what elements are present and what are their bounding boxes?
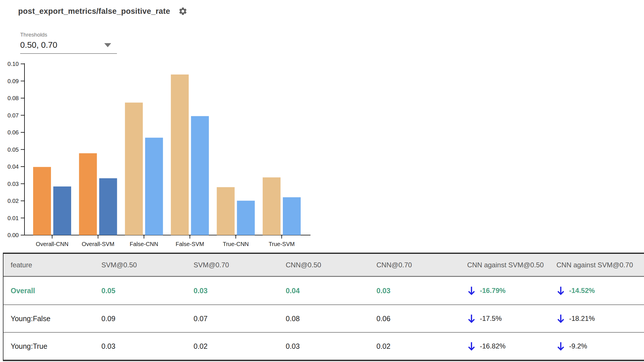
thresholds-dropdown[interactable]: Thresholds 0.50, 0.70 (20, 32, 117, 54)
metrics-table: featureSVM@0.50SVM@0.70CNN@0.50CNN@0.70C… (3, 253, 644, 361)
delta-cell: -14.52% (556, 285, 644, 296)
metric-cell: 0.08 (286, 315, 376, 323)
column-header: SVM@0.50 (101, 261, 194, 269)
feature-cell: Young:True (11, 342, 101, 350)
bar-False-CNN-0.50 (125, 102, 143, 235)
metric-cell: 0.06 (376, 315, 467, 323)
bar-True-SVM-0.50 (263, 177, 281, 235)
thresholds-label: Thresholds (20, 32, 117, 38)
arrow-down-icon (467, 341, 476, 351)
table-row: Overall0.050.030.040.03-16.79%-14.52% (3, 277, 644, 304)
delta-value: -17.5% (480, 315, 502, 323)
axis-tick-label: 0.09 (7, 78, 19, 84)
delta-value: -9.2% (569, 342, 587, 350)
axis-tick-label: 0.10 (7, 61, 19, 67)
table-row: Young:True0.030.020.030.02-16.82%-9.2% (3, 332, 644, 360)
axis-tick-label: True-CNN (223, 241, 249, 247)
chevron-down-icon (104, 43, 111, 47)
bar-chart: 0.000.010.020.030.040.050.060.070.080.09… (0, 59, 323, 250)
column-header: SVM@0.70 (194, 261, 286, 269)
axis-tick-label: Overall-CNN (36, 241, 68, 247)
thresholds-value: 0.50, 0.70 (20, 40, 57, 50)
metric-cell: 0.04 (286, 287, 376, 295)
arrow-down-icon (556, 341, 565, 351)
column-header: CNN@0.70 (376, 261, 467, 269)
arrow-down-icon (556, 313, 565, 324)
delta-cell: -16.82% (467, 341, 556, 351)
metric-cell: 0.03 (194, 287, 286, 295)
table-row: Young:False0.090.070.080.06-17.5%-18.21% (3, 304, 644, 332)
delta-value: -16.79% (480, 287, 505, 295)
bar-False-SVM-0.70 (191, 116, 209, 235)
axis-tick-label: 0.03 (7, 181, 19, 187)
feature-cell: Overall (11, 287, 101, 295)
axis-tick-label: 0.00 (7, 232, 19, 238)
delta-value: -18.21% (569, 315, 595, 323)
metric-cell: 0.03 (101, 342, 194, 350)
axis-tick-label: 0.08 (7, 95, 19, 101)
bar-Overall-CNN-0.50 (33, 167, 51, 235)
arrow-down-icon (467, 285, 476, 296)
page-title: post_export_metrics/false_positive_rate (18, 7, 170, 16)
axis-tick-label: 0.04 (7, 163, 19, 170)
axis-tick-label: 0.01 (7, 215, 19, 221)
axis-tick-label: False-SVM (176, 241, 204, 247)
delta-cell: -9.2% (556, 341, 644, 351)
bar-Overall-CNN-0.70 (53, 186, 71, 235)
metric-cell: 0.05 (101, 287, 194, 295)
bar-chart-svg: 0.000.010.020.030.040.050.060.070.080.09… (0, 59, 323, 250)
thresholds-select[interactable]: 0.50, 0.70 (20, 39, 117, 54)
feature-cell: Young:False (11, 315, 101, 323)
axis-tick-label: 0.05 (7, 146, 19, 153)
axis-tick-label: Overall-SVM (82, 241, 114, 247)
arrow-down-icon (556, 285, 565, 296)
column-header: CNN against SVM@0.70 (556, 261, 644, 269)
metric-panel: post_export_metrics/false_positive_rate … (0, 0, 644, 362)
bar-True-CNN-0.70 (237, 201, 255, 235)
panel-header: post_export_metrics/false_positive_rate (18, 6, 188, 16)
delta-value: -16.82% (480, 342, 505, 350)
metric-cell: 0.07 (194, 315, 286, 323)
column-header: feature (11, 261, 101, 269)
axis-tick-label: False-CNN (130, 241, 158, 247)
bar-Overall-SVM-0.70 (99, 178, 117, 235)
bar-False-CNN-0.70 (145, 138, 163, 235)
arrow-down-icon (467, 313, 476, 324)
column-header: CNN@0.50 (286, 261, 376, 269)
metric-cell: 0.03 (376, 287, 467, 295)
metric-cell: 0.03 (286, 342, 376, 350)
bar-Overall-SVM-0.50 (79, 153, 97, 235)
metric-cell: 0.09 (101, 315, 194, 323)
delta-cell: -16.79% (467, 285, 556, 296)
axis-tick-label: 0.02 (7, 198, 19, 204)
metric-cell: 0.02 (376, 342, 467, 350)
bar-False-SVM-0.50 (171, 75, 189, 235)
delta-cell: -18.21% (556, 313, 644, 324)
table-header-row: featureSVM@0.50SVM@0.70CNN@0.50CNN@0.70C… (3, 254, 644, 277)
metric-cell: 0.02 (194, 342, 286, 350)
delta-cell: -17.5% (467, 313, 556, 324)
bar-True-SVM-0.70 (283, 197, 301, 235)
gear-icon[interactable] (178, 6, 188, 16)
axis-tick-label: 0.06 (7, 129, 19, 136)
column-header: CNN against SVM@0.50 (467, 261, 556, 269)
delta-value: -14.52% (569, 287, 595, 295)
bar-True-CNN-0.50 (217, 187, 235, 235)
axis-tick-label: True-SVM (269, 241, 295, 247)
axis-tick-label: 0.07 (7, 112, 19, 119)
